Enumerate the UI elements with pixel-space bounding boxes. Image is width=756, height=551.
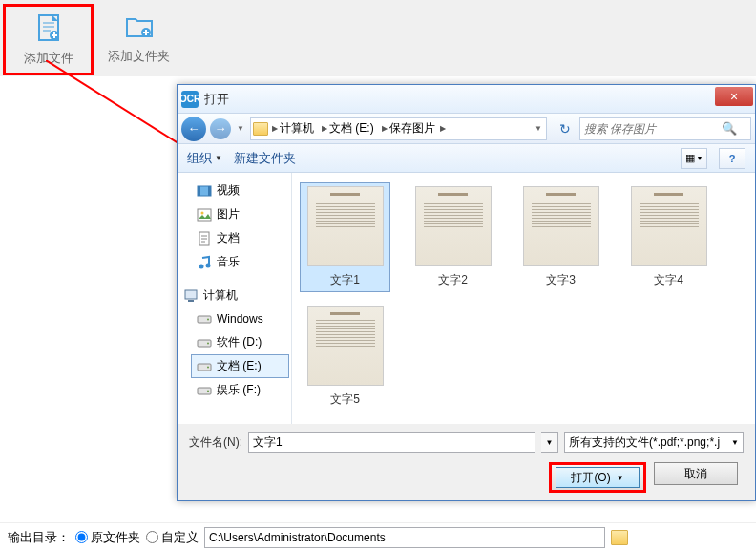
image-icon xyxy=(197,207,212,223)
path-seg-0[interactable]: ▶计算机 xyxy=(268,120,318,137)
tree-item-8[interactable]: 文档 (E:) xyxy=(191,354,289,378)
file-type-filter[interactable]: 所有支持的文件(*.pdf;*.png;*.j▼ xyxy=(564,432,744,453)
add-folder-icon xyxy=(124,11,155,42)
search-input[interactable] xyxy=(584,122,718,136)
add-file-icon xyxy=(33,13,64,44)
add-file-button[interactable]: 添加文件 xyxy=(3,4,94,75)
computer-icon xyxy=(183,288,199,304)
tree-item-6[interactable]: Windows xyxy=(191,307,289,330)
tree-item-3[interactable]: 音乐 xyxy=(191,250,289,274)
address-dropdown[interactable]: ▼ xyxy=(533,124,544,133)
help-button[interactable]: ? xyxy=(719,148,746,169)
open-button-highlight: 打开(O)▼ xyxy=(549,462,646,493)
open-file-dialog: OCR 打开 × ← → ▼ ▶计算机 ▶文档 (E:) ▶保存图片▶ ▼ ↻ … xyxy=(177,84,756,501)
file-name: 文字5 xyxy=(330,392,360,408)
nav-forward-button[interactable]: → xyxy=(210,118,231,139)
file-thumbnail xyxy=(415,186,492,266)
main-toolbar: 添加文件 添加文件夹 xyxy=(0,0,756,76)
file-name: 文字1 xyxy=(330,272,360,288)
drive-icon xyxy=(197,335,212,350)
tree-item-5[interactable]: 计算机 xyxy=(178,284,289,307)
refresh-button[interactable]: ↻ xyxy=(555,118,576,139)
tree-item-9[interactable]: 娱乐 (F:) xyxy=(191,378,289,402)
file-list[interactable]: 文字1文字2文字3文字4文字5 xyxy=(292,173,755,424)
opt-source-folder[interactable]: 原文件夹 xyxy=(75,529,140,546)
nav-history-dropdown[interactable]: ▼ xyxy=(235,124,246,133)
dialog-footer: 文件名(N): ▼ 所有支持的文件(*.pdf;*.png;*.j▼ 打开(O)… xyxy=(178,424,755,500)
add-folder-button[interactable]: 添加文件夹 xyxy=(94,3,184,74)
svg-rect-19 xyxy=(188,300,194,302)
svg-point-27 xyxy=(207,390,209,392)
tree-item-0[interactable]: 视频 xyxy=(191,179,289,202)
path-seg-2[interactable]: ▶保存图片▶ xyxy=(378,120,450,137)
path-seg-1[interactable]: ▶文档 (E:) xyxy=(318,120,378,137)
dialog-title: 打开 xyxy=(204,91,715,108)
video-icon xyxy=(197,183,212,199)
folder-icon xyxy=(253,122,268,136)
nav-bar: ← → ▼ ▶计算机 ▶文档 (E:) ▶保存图片▶ ▼ ↻ 🔍 xyxy=(178,114,755,144)
svg-rect-10 xyxy=(198,209,211,221)
cancel-button[interactable]: 取消 xyxy=(654,462,738,485)
svg-rect-9 xyxy=(208,186,211,196)
open-button[interactable]: 打开(O)▼ xyxy=(556,467,640,488)
svg-point-25 xyxy=(207,366,209,368)
browse-folder-button[interactable] xyxy=(611,530,628,545)
file-thumbnail xyxy=(307,306,384,386)
dialog-titlebar[interactable]: OCR 打开 × xyxy=(178,85,755,114)
folder-tree[interactable]: 视频图片文档音乐计算机Windows软件 (D:)文档 (E:)娱乐 (F:) xyxy=(178,173,292,424)
svg-point-23 xyxy=(207,342,209,344)
search-icon: 🔍 xyxy=(722,121,737,136)
svg-rect-18 xyxy=(185,290,197,299)
output-dir-label: 输出目录： xyxy=(8,529,70,546)
svg-point-11 xyxy=(201,211,204,214)
output-path-input[interactable] xyxy=(204,527,605,548)
file-item-3[interactable]: 文字4 xyxy=(623,182,714,292)
tree-item-1[interactable]: 图片 xyxy=(191,202,289,226)
search-box[interactable]: 🔍 xyxy=(579,117,751,140)
file-thumbnail xyxy=(307,186,384,266)
doc-icon xyxy=(197,231,212,246)
nav-back-button[interactable]: ← xyxy=(181,117,206,141)
opt-custom-folder[interactable]: 自定义 xyxy=(146,529,199,546)
drive-icon xyxy=(197,311,212,327)
organize-menu[interactable]: 组织▼ xyxy=(187,150,222,167)
command-bar: 组织▼ 新建文件夹 ▦ ▼ ? xyxy=(178,144,755,173)
svg-point-17 xyxy=(206,263,211,267)
file-name: 文字4 xyxy=(654,272,683,288)
svg-rect-8 xyxy=(198,186,200,196)
file-thumbnail xyxy=(631,186,707,266)
music-icon xyxy=(197,255,212,270)
add-folder-label: 添加文件夹 xyxy=(108,48,170,65)
filename-dropdown[interactable]: ▼ xyxy=(541,432,558,453)
tree-item-2[interactable]: 文档 xyxy=(191,226,289,250)
filename-label: 文件名(N): xyxy=(189,434,242,451)
svg-point-21 xyxy=(207,319,209,321)
view-mode-button[interactable]: ▦ ▼ xyxy=(681,148,707,169)
add-file-label: 添加文件 xyxy=(24,50,74,67)
file-item-1[interactable]: 文字2 xyxy=(408,182,498,292)
drive-icon xyxy=(197,383,212,398)
new-folder-button[interactable]: 新建文件夹 xyxy=(234,150,296,167)
output-bar: 输出目录： 原文件夹 自定义 xyxy=(0,522,756,551)
svg-point-16 xyxy=(200,264,204,268)
file-name: 文字3 xyxy=(546,272,576,288)
file-name: 文字2 xyxy=(438,272,468,288)
filename-input[interactable] xyxy=(248,432,536,453)
file-item-2[interactable]: 文字3 xyxy=(515,182,606,292)
tree-item-7[interactable]: 软件 (D:) xyxy=(191,330,289,354)
drive-icon xyxy=(197,359,212,374)
file-item-0[interactable]: 文字1 xyxy=(300,182,390,292)
address-bar[interactable]: ▶计算机 ▶文档 (E:) ▶保存图片▶ ▼ xyxy=(250,117,547,140)
close-button[interactable]: × xyxy=(715,87,753,106)
dialog-app-icon: OCR xyxy=(181,91,199,108)
file-thumbnail xyxy=(523,186,599,266)
file-item-4[interactable]: 文字5 xyxy=(300,302,390,412)
